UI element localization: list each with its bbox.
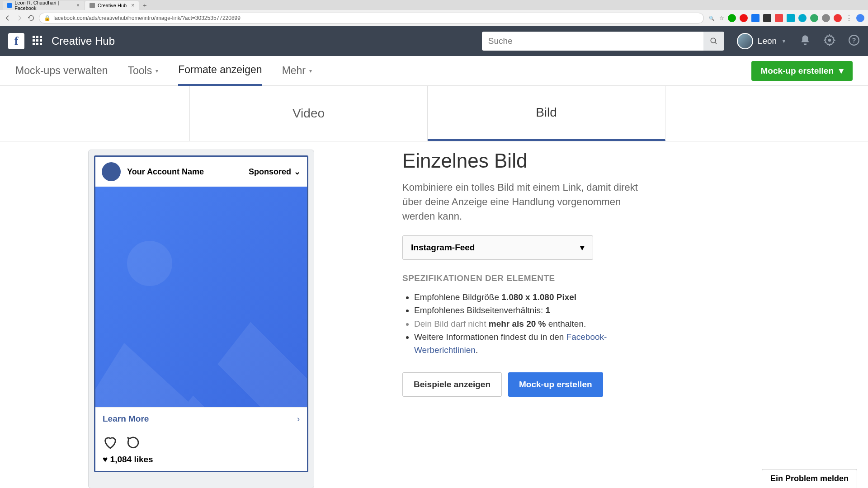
search-icon	[710, 37, 718, 45]
new-tab-button[interactable]: +	[140, 1, 150, 10]
placement-dropdown[interactable]: Instagram-Feed ▾	[402, 235, 593, 260]
ext-icon-1[interactable]	[728, 14, 736, 22]
examples-button[interactable]: Beispiele anzeigen	[402, 372, 502, 397]
apps-grid-icon[interactable]	[33, 36, 43, 47]
preview-cta[interactable]: Learn More ›	[95, 407, 307, 430]
lock-icon: 🔒	[44, 15, 51, 21]
detail-column: Einzelnes Bild Kombiniere ein tolles Bil…	[402, 150, 868, 488]
notifications-icon[interactable]	[799, 34, 811, 48]
spec-list: Empfohlene Bildgröße 1.080 x 1.080 Pixel…	[402, 291, 656, 357]
chevron-down-icon: ▼	[781, 38, 787, 44]
browser-tab-1[interactable]: Leon R. Chaudhari | Facebook ×	[3, 1, 84, 10]
chevron-right-icon: ›	[297, 414, 300, 424]
avatar	[737, 33, 753, 49]
facebook-logo[interactable]: f	[8, 33, 24, 49]
comment-icon[interactable]	[126, 435, 142, 450]
instagram-ad-preview: Your Account Name Sponsored ⌄ Learn More…	[94, 155, 308, 472]
heart-icon[interactable]	[103, 435, 118, 450]
preview-image-placeholder	[95, 187, 307, 407]
search-input[interactable]	[482, 32, 703, 51]
preview-column: Your Account Name Sponsored ⌄ Learn More…	[0, 150, 402, 488]
svg-point-1	[828, 39, 831, 42]
close-icon[interactable]: ×	[76, 2, 80, 9]
extension-icons: 🔍 ☆ ⋮	[708, 14, 864, 23]
button-row: Beispiele anzeigen Mock-up erstellen	[402, 372, 832, 397]
tab-favicon	[90, 3, 95, 8]
create-mockup-button[interactable]: Mock-up erstellen ▾	[751, 61, 853, 81]
tab-title: Creative Hub	[98, 3, 127, 8]
profile-icon[interactable]	[856, 14, 864, 22]
address-bar: 🔒 facebook.com/ads/creativehub/home/intr…	[0, 10, 868, 26]
preview-account-name: Your Account Name	[127, 167, 249, 177]
report-problem-button[interactable]: Ein Problem melden	[762, 469, 857, 488]
ext-icon-9[interactable]	[822, 14, 830, 22]
tab-image[interactable]: Bild	[428, 86, 665, 141]
forward-button[interactable]	[15, 14, 24, 22]
ext-icon-7[interactable]	[798, 14, 807, 22]
help-icon[interactable]: ?	[848, 34, 860, 48]
url-input[interactable]: 🔒 facebook.com/ads/creativehub/home/intr…	[39, 13, 704, 23]
app-title: Creative Hub	[52, 35, 115, 47]
chevron-down-icon: ▾	[839, 66, 844, 76]
chevron-down-icon: ▾	[580, 242, 585, 253]
content-area: Your Account Name Sponsored ⌄ Learn More…	[0, 141, 868, 488]
spec-item: Empfohlenes Bildseitenverhältnis: 1	[414, 304, 656, 317]
detail-description: Kombiniere ein tolles Bild mit einem Lin…	[402, 180, 656, 224]
user-menu[interactable]: Leon ▼	[737, 33, 787, 49]
phone-frame: Your Account Name Sponsored ⌄ Learn More…	[88, 150, 314, 488]
nav-more[interactable]: Mehr▾	[282, 65, 312, 77]
star-icon[interactable]: ☆	[719, 15, 724, 21]
ext-icon-3[interactable]	[751, 14, 760, 22]
spec-item: Weitere Informationen findest du in den …	[414, 330, 656, 357]
preview-actions	[95, 430, 307, 453]
nav-tools[interactable]: Tools▾	[128, 65, 159, 77]
reload-button[interactable]	[27, 14, 35, 22]
preview-avatar	[102, 162, 121, 181]
preview-likes: ♥ 1,084 likes	[95, 453, 307, 471]
zoom-icon[interactable]: 🔍	[708, 14, 716, 22]
nav-manage-mockups[interactable]: Mock-ups verwalten	[15, 65, 108, 77]
ext-icon-8[interactable]	[810, 14, 818, 22]
search-button[interactable]	[703, 32, 724, 51]
spec-heading: SPEZIFIKATIONEN DER ELEMENTE	[402, 273, 832, 283]
app-header: f Creative Hub Leon ▼ ?	[0, 26, 868, 56]
browser-chrome: Leon R. Chaudhari | Facebook × Creative …	[0, 0, 868, 26]
url-text: facebook.com/ads/creativehub/home/intro/…	[53, 15, 241, 21]
preview-header: Your Account Name Sponsored ⌄	[95, 157, 307, 187]
menu-icon[interactable]: ⋮	[845, 14, 853, 23]
tab-video[interactable]: Video	[190, 86, 428, 141]
search-wrap	[482, 32, 724, 51]
detail-title: Einzelnes Bild	[402, 150, 832, 172]
svg-point-0	[711, 38, 716, 43]
spec-item: Empfohlene Bildgröße 1.080 x 1.080 Pixel	[414, 291, 656, 304]
ext-icon-5[interactable]	[775, 14, 783, 22]
close-icon[interactable]: ×	[131, 2, 134, 9]
create-mockup-primary-button[interactable]: Mock-up erstellen	[508, 372, 603, 397]
tab-strip: Leon R. Chaudhari | Facebook × Creative …	[0, 0, 868, 10]
ext-icon-6[interactable]	[787, 14, 795, 22]
preview-cta-text: Learn More	[103, 414, 149, 424]
settings-icon[interactable]	[824, 34, 835, 48]
back-button[interactable]	[4, 14, 12, 22]
placement-value: Instagram-Feed	[411, 243, 475, 253]
preview-sponsored-label[interactable]: Sponsored ⌄	[249, 167, 301, 177]
ext-icon-4[interactable]	[763, 14, 771, 22]
format-tabs: Video Bild	[0, 86, 868, 141]
svg-text:?: ?	[852, 36, 856, 44]
spec-item: Dein Bild darf nicht mehr als 20 % entha…	[414, 317, 656, 330]
nav-row: Mock-ups verwalten Tools▾ Formate anzeig…	[0, 56, 868, 86]
chevron-down-icon: ⌄	[294, 167, 301, 177]
chevron-down-icon: ▾	[156, 68, 158, 74]
user-name: Leon	[758, 36, 777, 46]
chevron-down-icon: ▾	[309, 68, 312, 74]
nav-formats[interactable]: Formate anzeigen	[178, 56, 262, 86]
browser-tab-2[interactable]: Creative Hub ×	[85, 1, 139, 10]
ext-icon-2[interactable]	[740, 14, 748, 22]
tab-title: Leon R. Chaudhari | Facebook	[14, 0, 72, 11]
tab-favicon	[7, 3, 12, 8]
ext-icon-10[interactable]	[834, 14, 842, 22]
